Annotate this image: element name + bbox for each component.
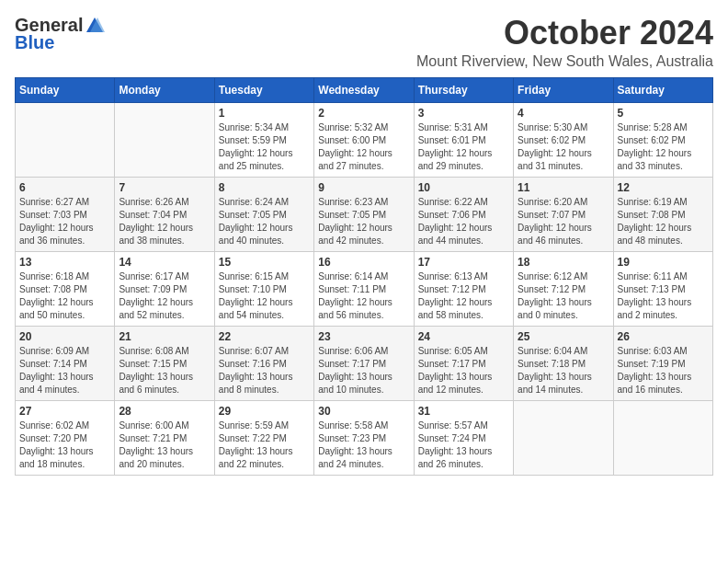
calendar-week-1: 1Sunrise: 5:34 AM Sunset: 5:59 PM Daylig…	[16, 102, 713, 177]
calendar-cell: 9Sunrise: 6:23 AM Sunset: 7:05 PM Daylig…	[314, 177, 414, 251]
logo-icon	[85, 16, 105, 36]
day-number: 29	[219, 405, 310, 418]
calendar-cell: 16Sunrise: 6:14 AM Sunset: 7:11 PM Dayli…	[314, 251, 414, 326]
day-detail: Sunrise: 6:06 AM Sunset: 7:17 PM Dayligh…	[318, 345, 409, 396]
day-detail: Sunrise: 6:12 AM Sunset: 7:12 PM Dayligh…	[518, 270, 609, 322]
calendar-cell: 18Sunrise: 6:12 AM Sunset: 7:12 PM Dayli…	[514, 251, 613, 326]
calendar-cell	[16, 102, 115, 177]
day-number: 11	[518, 181, 609, 194]
day-number: 10	[418, 181, 509, 194]
day-number: 24	[418, 330, 509, 343]
day-number: 4	[518, 107, 609, 120]
calendar-cell: 1Sunrise: 5:34 AM Sunset: 5:59 PM Daylig…	[214, 102, 313, 177]
calendar-cell: 17Sunrise: 6:13 AM Sunset: 7:12 PM Dayli…	[414, 251, 513, 326]
logo-blue-text: Blue	[15, 32, 54, 53]
day-detail: Sunrise: 6:05 AM Sunset: 7:17 PM Dayligh…	[418, 345, 509, 396]
calendar-body: 1Sunrise: 5:34 AM Sunset: 5:59 PM Daylig…	[16, 102, 713, 475]
calendar-week-2: 6Sunrise: 6:27 AM Sunset: 7:03 PM Daylig…	[16, 177, 713, 251]
day-detail: Sunrise: 5:58 AM Sunset: 7:23 PM Dayligh…	[318, 419, 409, 471]
day-number: 14	[119, 256, 210, 269]
day-detail: Sunrise: 6:23 AM Sunset: 7:05 PM Dayligh…	[318, 196, 409, 247]
calendar-cell: 30Sunrise: 5:58 AM Sunset: 7:23 PM Dayli…	[314, 400, 414, 475]
day-number: 28	[119, 405, 210, 418]
day-number: 23	[318, 330, 409, 343]
month-title: October 2024	[416, 15, 713, 52]
day-detail: Sunrise: 6:04 AM Sunset: 7:18 PM Dayligh…	[518, 345, 609, 396]
calendar-cell	[115, 102, 214, 177]
day-detail: Sunrise: 6:15 AM Sunset: 7:10 PM Dayligh…	[219, 270, 310, 322]
day-detail: Sunrise: 6:08 AM Sunset: 7:15 PM Dayligh…	[119, 345, 210, 396]
day-number: 1	[219, 107, 310, 120]
location-title: Mount Riverview, New South Wales, Austra…	[416, 53, 713, 70]
day-detail: Sunrise: 6:07 AM Sunset: 7:16 PM Dayligh…	[219, 345, 310, 396]
calendar-week-3: 13Sunrise: 6:18 AM Sunset: 7:08 PM Dayli…	[16, 251, 713, 326]
calendar-cell: 29Sunrise: 5:59 AM Sunset: 7:22 PM Dayli…	[214, 400, 313, 475]
calendar-cell: 23Sunrise: 6:06 AM Sunset: 7:17 PM Dayli…	[314, 326, 414, 400]
day-number: 25	[518, 330, 609, 343]
day-detail: Sunrise: 6:26 AM Sunset: 7:04 PM Dayligh…	[119, 196, 210, 247]
page-header: General Blue October 2024 Mount Rivervie…	[15, 15, 713, 70]
day-number: 3	[418, 107, 509, 120]
calendar-cell: 13Sunrise: 6:18 AM Sunset: 7:08 PM Dayli…	[16, 251, 115, 326]
calendar-header-row: SundayMondayTuesdayWednesdayThursdayFrid…	[16, 77, 713, 102]
calendar-cell: 3Sunrise: 5:31 AM Sunset: 6:01 PM Daylig…	[414, 102, 513, 177]
day-detail: Sunrise: 6:00 AM Sunset: 7:21 PM Dayligh…	[119, 419, 210, 471]
day-number: 12	[618, 181, 709, 194]
calendar-cell: 4Sunrise: 5:30 AM Sunset: 6:02 PM Daylig…	[514, 102, 613, 177]
day-number: 13	[19, 256, 110, 269]
calendar-cell: 24Sunrise: 6:05 AM Sunset: 7:17 PM Dayli…	[414, 326, 513, 400]
day-number: 26	[618, 330, 709, 343]
day-number: 22	[219, 330, 310, 343]
calendar-cell: 8Sunrise: 6:24 AM Sunset: 7:05 PM Daylig…	[214, 177, 313, 251]
calendar-cell: 31Sunrise: 5:57 AM Sunset: 7:24 PM Dayli…	[414, 400, 513, 475]
day-number: 31	[418, 405, 509, 418]
calendar-cell: 5Sunrise: 5:28 AM Sunset: 6:02 PM Daylig…	[613, 102, 712, 177]
weekday-header-thursday: Thursday	[414, 77, 513, 102]
day-detail: Sunrise: 5:57 AM Sunset: 7:24 PM Dayligh…	[418, 419, 509, 471]
day-number: 30	[318, 405, 409, 418]
weekday-header-friday: Friday	[514, 77, 613, 102]
day-number: 9	[318, 181, 409, 194]
day-detail: Sunrise: 6:24 AM Sunset: 7:05 PM Dayligh…	[219, 196, 310, 247]
day-detail: Sunrise: 6:22 AM Sunset: 7:06 PM Dayligh…	[418, 196, 509, 247]
calendar-cell: 12Sunrise: 6:19 AM Sunset: 7:08 PM Dayli…	[613, 177, 712, 251]
day-number: 21	[119, 330, 210, 343]
calendar-cell: 2Sunrise: 5:32 AM Sunset: 6:00 PM Daylig…	[314, 102, 414, 177]
day-detail: Sunrise: 5:34 AM Sunset: 5:59 PM Dayligh…	[219, 121, 310, 173]
weekday-header-saturday: Saturday	[613, 77, 712, 102]
calendar-cell: 27Sunrise: 6:02 AM Sunset: 7:20 PM Dayli…	[16, 400, 115, 475]
day-detail: Sunrise: 6:11 AM Sunset: 7:13 PM Dayligh…	[618, 270, 709, 322]
weekday-header-wednesday: Wednesday	[314, 77, 414, 102]
day-detail: Sunrise: 5:28 AM Sunset: 6:02 PM Dayligh…	[618, 121, 709, 173]
day-number: 8	[219, 181, 310, 194]
day-detail: Sunrise: 6:19 AM Sunset: 7:08 PM Dayligh…	[618, 196, 709, 247]
day-detail: Sunrise: 6:03 AM Sunset: 7:19 PM Dayligh…	[618, 345, 709, 396]
calendar-cell: 22Sunrise: 6:07 AM Sunset: 7:16 PM Dayli…	[214, 326, 313, 400]
day-detail: Sunrise: 6:09 AM Sunset: 7:14 PM Dayligh…	[19, 345, 110, 396]
day-number: 27	[19, 405, 110, 418]
calendar-cell: 11Sunrise: 6:20 AM Sunset: 7:07 PM Dayli…	[514, 177, 613, 251]
day-number: 18	[518, 256, 609, 269]
calendar-cell: 6Sunrise: 6:27 AM Sunset: 7:03 PM Daylig…	[16, 177, 115, 251]
weekday-header-sunday: Sunday	[16, 77, 115, 102]
day-detail: Sunrise: 6:27 AM Sunset: 7:03 PM Dayligh…	[19, 196, 110, 247]
weekday-header-tuesday: Tuesday	[214, 77, 313, 102]
calendar-table: SundayMondayTuesdayWednesdayThursdayFrid…	[15, 77, 713, 476]
day-number: 2	[318, 107, 409, 120]
calendar-cell: 14Sunrise: 6:17 AM Sunset: 7:09 PM Dayli…	[115, 251, 214, 326]
day-detail: Sunrise: 6:17 AM Sunset: 7:09 PM Dayligh…	[119, 270, 210, 322]
day-detail: Sunrise: 5:30 AM Sunset: 6:02 PM Dayligh…	[518, 121, 609, 173]
day-number: 15	[219, 256, 310, 269]
calendar-cell	[613, 400, 712, 475]
day-detail: Sunrise: 6:18 AM Sunset: 7:08 PM Dayligh…	[19, 270, 110, 322]
calendar-cell: 19Sunrise: 6:11 AM Sunset: 7:13 PM Dayli…	[613, 251, 712, 326]
calendar-cell: 26Sunrise: 6:03 AM Sunset: 7:19 PM Dayli…	[613, 326, 712, 400]
day-number: 17	[418, 256, 509, 269]
day-number: 20	[19, 330, 110, 343]
title-area: October 2024 Mount Riverview, New South …	[416, 15, 713, 70]
calendar-cell: 21Sunrise: 6:08 AM Sunset: 7:15 PM Dayli…	[115, 326, 214, 400]
day-detail: Sunrise: 5:32 AM Sunset: 6:00 PM Dayligh…	[318, 121, 409, 173]
day-number: 19	[618, 256, 709, 269]
day-detail: Sunrise: 6:13 AM Sunset: 7:12 PM Dayligh…	[418, 270, 509, 322]
calendar-cell: 10Sunrise: 6:22 AM Sunset: 7:06 PM Dayli…	[414, 177, 513, 251]
